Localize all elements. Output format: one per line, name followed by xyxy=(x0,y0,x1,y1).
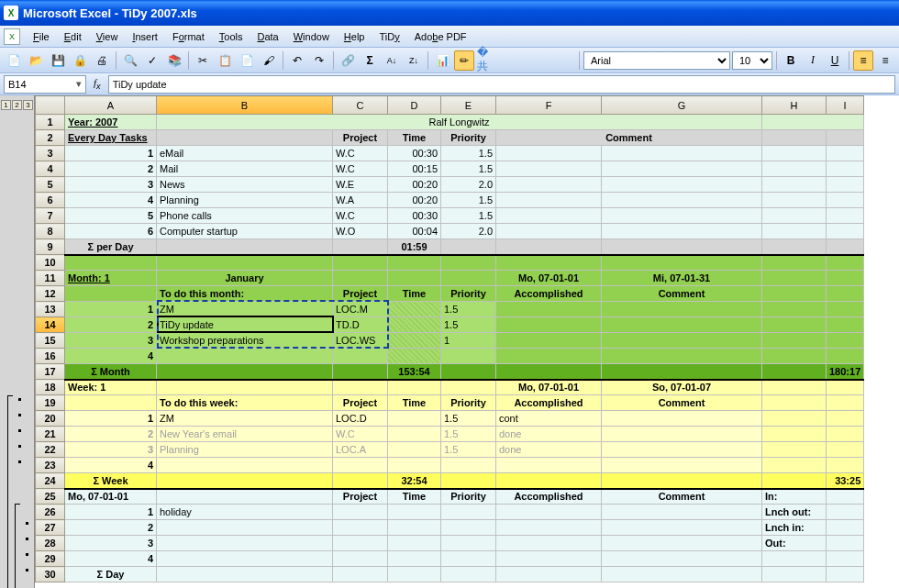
app-icon[interactable]: X xyxy=(4,28,20,45)
cell[interactable] xyxy=(762,239,827,255)
cell[interactable] xyxy=(827,130,864,146)
cell[interactable] xyxy=(388,317,441,333)
cell[interactable] xyxy=(827,255,864,271)
cell[interactable]: Time xyxy=(388,286,441,302)
cell[interactable] xyxy=(65,255,157,271)
chart-button[interactable]: 📊 xyxy=(432,50,452,71)
cell[interactable]: ZM xyxy=(157,411,333,427)
new-button[interactable]: 📄 xyxy=(4,50,24,71)
font-select[interactable]: Arial xyxy=(583,51,730,70)
open-button[interactable]: 📂 xyxy=(26,50,46,71)
outline-level-1[interactable]: 1 xyxy=(1,100,11,110)
cell[interactable]: Planning xyxy=(157,193,333,208)
cell[interactable]: 6 xyxy=(65,224,157,239)
cell[interactable] xyxy=(827,520,864,536)
cell[interactable] xyxy=(388,302,441,317)
row-header[interactable]: 13 xyxy=(36,302,65,317)
cell[interactable] xyxy=(602,411,762,427)
cell[interactable]: 1.5 xyxy=(441,442,496,458)
cell[interactable]: 1.5 xyxy=(441,317,496,333)
cell[interactable] xyxy=(762,349,827,364)
cell[interactable]: Σ Week xyxy=(65,473,157,489)
cell[interactable] xyxy=(333,349,388,364)
cell[interactable]: cont xyxy=(496,411,602,427)
cell[interactable] xyxy=(827,551,864,567)
cell[interactable] xyxy=(827,380,864,395)
col-header-I[interactable]: I xyxy=(827,96,864,115)
save-button[interactable]: 💾 xyxy=(48,50,68,71)
row-header[interactable]: 17 xyxy=(36,364,65,380)
cell[interactable]: done xyxy=(496,442,602,458)
cell[interactable] xyxy=(388,551,441,567)
cell[interactable] xyxy=(157,489,333,505)
paste-button[interactable]: 📄 xyxy=(237,50,257,71)
cell[interactable] xyxy=(762,411,827,427)
cell[interactable]: Accomplished xyxy=(496,489,602,505)
cell[interactable]: Mi, 07-01-31 xyxy=(602,271,762,286)
cell[interactable] xyxy=(762,208,827,224)
cell[interactable]: Every Day Tasks xyxy=(65,130,157,146)
cell[interactable] xyxy=(827,505,864,520)
cell[interactable] xyxy=(762,271,827,286)
cell[interactable] xyxy=(602,520,762,536)
autosum-button[interactable]: Σ xyxy=(360,50,380,71)
row-header[interactable]: 5 xyxy=(36,177,65,193)
cell[interactable] xyxy=(441,271,496,286)
cell[interactable]: So, 07-01-07 xyxy=(602,380,762,395)
active-cell[interactable]: TiDy update xyxy=(157,317,333,333)
cell[interactable] xyxy=(496,161,602,177)
cell[interactable] xyxy=(602,317,762,333)
cell[interactable]: 3 xyxy=(65,333,157,349)
row-header[interactable]: 8 xyxy=(36,224,65,239)
cell[interactable] xyxy=(827,333,864,349)
cell[interactable] xyxy=(496,255,602,271)
col-header-C[interactable]: C xyxy=(333,96,388,115)
cell[interactable]: Project xyxy=(333,395,388,411)
underline-button[interactable]: U xyxy=(825,50,845,71)
cell[interactable]: W.E xyxy=(333,177,388,193)
row-header[interactable]: 11 xyxy=(36,271,65,286)
cell[interactable] xyxy=(388,427,441,442)
research-button[interactable]: 📚 xyxy=(164,50,184,71)
cell[interactable] xyxy=(157,567,333,582)
cell[interactable]: To do this month: xyxy=(157,286,333,302)
cell[interactable] xyxy=(827,286,864,302)
cell[interactable] xyxy=(762,161,827,177)
cell[interactable] xyxy=(441,458,496,473)
cell[interactable] xyxy=(333,567,388,582)
menu-data[interactable]: Data xyxy=(250,28,285,46)
cell[interactable]: Week: 1 xyxy=(65,380,157,395)
sort-asc-button[interactable]: A↓ xyxy=(382,50,402,71)
cell[interactable]: 1 xyxy=(65,411,157,427)
cell[interactable] xyxy=(602,146,762,161)
cell[interactable] xyxy=(441,567,496,582)
cell[interactable]: 4 xyxy=(65,349,157,364)
cell[interactable] xyxy=(157,473,333,489)
cell[interactable] xyxy=(157,458,333,473)
cell[interactable] xyxy=(602,255,762,271)
cell[interactable]: holiday xyxy=(157,505,333,520)
cell[interactable] xyxy=(496,364,602,380)
cell[interactable] xyxy=(762,473,827,489)
col-header-G[interactable]: G xyxy=(602,96,762,115)
cell[interactable] xyxy=(602,161,762,177)
hyperlink-button[interactable]: 🔗 xyxy=(338,50,358,71)
cell[interactable] xyxy=(827,317,864,333)
cell[interactable] xyxy=(496,536,602,551)
cell[interactable]: 4 xyxy=(65,551,157,567)
cell[interactable] xyxy=(333,380,388,395)
cell[interactable]: LOC.D xyxy=(333,411,388,427)
cell[interactable]: Lnch out: xyxy=(762,505,827,520)
cell[interactable] xyxy=(157,536,333,551)
cell[interactable] xyxy=(496,146,602,161)
fontsize-select[interactable]: 10 xyxy=(732,51,772,70)
cell[interactable]: New Year's email xyxy=(157,427,333,442)
cell[interactable]: Planning xyxy=(157,442,333,458)
cell[interactable] xyxy=(602,473,762,489)
cell[interactable] xyxy=(157,380,333,395)
cell[interactable] xyxy=(827,271,864,286)
cell[interactable] xyxy=(827,442,864,458)
cell[interactable] xyxy=(333,239,388,255)
cell[interactable] xyxy=(827,427,864,442)
cell[interactable] xyxy=(827,395,864,411)
